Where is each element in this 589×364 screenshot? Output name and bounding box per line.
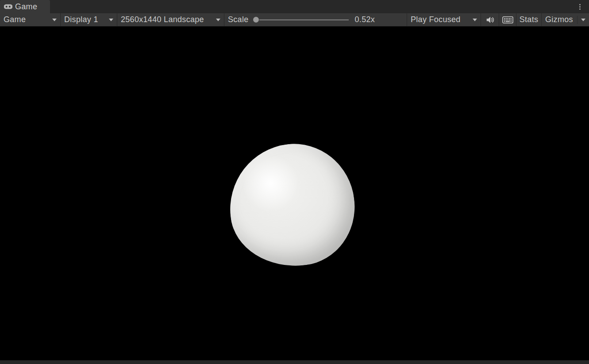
scale-control: Scale 0.52x [224, 13, 407, 26]
gizmos-dropdown[interactable]: Gizmos [542, 13, 589, 26]
chevron-down-icon [581, 19, 585, 21]
scale-slider-track[interactable] [259, 19, 349, 20]
kebab-dot [579, 6, 581, 8]
resolution-dropdown[interactable]: 2560x1440 Landscape [117, 13, 224, 26]
scale-slider[interactable] [253, 13, 350, 26]
chevron-down-icon [216, 19, 220, 21]
gizmos-separator [577, 16, 577, 24]
chevron-down-icon [109, 19, 113, 21]
keyboard-toggle-button[interactable] [499, 13, 516, 26]
chevron-down-icon [473, 19, 477, 21]
tab-bar: Game [0, 0, 589, 13]
unity-game-view-window: Game Game Display 1 2560x1440 Landscape … [0, 0, 589, 364]
chevron-down-icon [52, 19, 57, 21]
speaker-icon [485, 15, 495, 24]
display-dropdown[interactable]: Display 1 [61, 13, 117, 26]
display-dropdown-value: Display 1 [64, 15, 98, 24]
keyboard-icon [502, 16, 513, 24]
stats-button[interactable]: Stats [516, 13, 542, 26]
kebab-menu-icon[interactable] [576, 2, 584, 11]
gizmos-label: Gizmos [545, 15, 573, 24]
game-viewport[interactable] [0, 27, 589, 360]
scale-value: 0.52x [355, 15, 375, 24]
game-view-mode-dropdown[interactable]: Game [0, 13, 61, 26]
kebab-dot [579, 8, 581, 10]
play-mode-dropdown-value: Play Focused [411, 15, 461, 24]
scale-label: Scale [228, 15, 249, 24]
scale-slider-thumb[interactable] [253, 17, 259, 23]
stats-button-label: Stats [520, 15, 539, 24]
tab-game[interactable]: Game [0, 0, 50, 13]
play-mode-dropdown[interactable]: Play Focused [407, 13, 481, 26]
resolution-dropdown-value: 2560x1440 Landscape [121, 15, 204, 24]
gamepad-icon [4, 4, 12, 9]
tab-game-label: Game [15, 2, 37, 11]
game-view-mode-value: Game [4, 15, 26, 24]
kebab-dot [579, 4, 581, 5]
rendered-sphere [223, 137, 362, 273]
status-strip [0, 360, 589, 364]
mute-audio-button[interactable] [481, 13, 499, 26]
game-view-toolbar: Game Display 1 2560x1440 Landscape Scale… [0, 13, 589, 27]
